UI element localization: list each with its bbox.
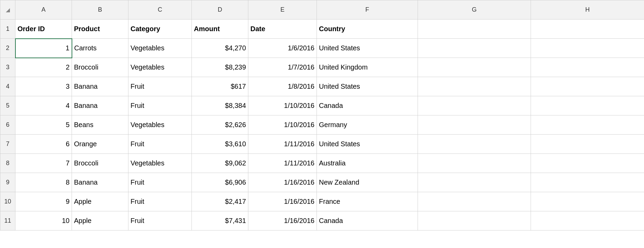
cell[interactable] <box>531 77 644 96</box>
row-number[interactable]: 3 <box>0 58 15 77</box>
col-header-b[interactable]: B <box>72 0 128 20</box>
row-number[interactable]: 8 <box>0 154 15 173</box>
cell[interactable]: 1/6/2016 <box>248 39 317 58</box>
cell[interactable] <box>531 96 644 115</box>
cell[interactable]: Vegetables <box>128 154 192 173</box>
cell[interactable]: 3 <box>15 77 72 96</box>
cell[interactable]: Fruit <box>128 173 192 192</box>
cell[interactable] <box>531 39 644 58</box>
cell[interactable]: 1 <box>15 39 72 58</box>
cell[interactable]: Banana <box>72 173 128 192</box>
col-header-d[interactable]: D <box>192 0 248 20</box>
cell[interactable]: 1/16/2016 <box>248 192 317 211</box>
cell[interactable] <box>531 192 644 211</box>
cell[interactable]: Apple <box>72 192 128 211</box>
cell[interactable]: $3,610 <box>192 135 248 154</box>
cell[interactable]: $2,417 <box>192 192 248 211</box>
col-header-f[interactable]: F <box>317 0 418 20</box>
cell[interactable]: Beans <box>72 115 128 135</box>
row-number[interactable]: 11 <box>0 211 15 231</box>
cell[interactable]: 2 <box>15 58 72 77</box>
cell[interactable]: 1/11/2016 <box>248 135 317 154</box>
cell[interactable] <box>418 192 531 211</box>
cell[interactable]: Category <box>128 20 192 39</box>
row-number[interactable]: 1 <box>0 20 15 39</box>
cell[interactable] <box>418 154 531 173</box>
row-number[interactable]: 6 <box>0 115 15 135</box>
cell[interactable] <box>531 20 644 39</box>
cell[interactable]: Product <box>72 20 128 39</box>
cell[interactable] <box>531 173 644 192</box>
cell[interactable]: Country <box>317 20 418 39</box>
cell[interactable]: United States <box>317 135 418 154</box>
cell[interactable]: France <box>317 192 418 211</box>
cell[interactable]: 1/16/2016 <box>248 173 317 192</box>
col-header-g[interactable]: G <box>418 0 531 20</box>
cell[interactable]: Vegetables <box>128 115 192 135</box>
row-number[interactable]: 2 <box>0 39 15 58</box>
row-number[interactable]: 10 <box>0 192 15 211</box>
cell[interactable]: Australia <box>317 154 418 173</box>
cell[interactable]: $8,384 <box>192 96 248 115</box>
cell[interactable]: $6,906 <box>192 173 248 192</box>
cell[interactable] <box>418 211 531 231</box>
col-header-a[interactable]: A <box>15 0 72 20</box>
cell[interactable]: 5 <box>15 115 72 135</box>
cell[interactable]: Banana <box>72 77 128 96</box>
cell[interactable]: Fruit <box>128 77 192 96</box>
row-number[interactable]: 7 <box>0 135 15 154</box>
row-number[interactable]: 9 <box>0 173 15 192</box>
row-number[interactable]: 4 <box>0 77 15 96</box>
cell[interactable] <box>418 20 531 39</box>
cell[interactable]: 8 <box>15 173 72 192</box>
cell[interactable]: Orange <box>72 135 128 154</box>
cell[interactable]: $2,626 <box>192 115 248 135</box>
cell[interactable] <box>418 39 531 58</box>
cell[interactable]: 4 <box>15 96 72 115</box>
row-number[interactable]: 5 <box>0 96 15 115</box>
cell[interactable]: $9,062 <box>192 154 248 173</box>
cell[interactable]: New Zealand <box>317 173 418 192</box>
cell[interactable]: Apple <box>72 211 128 231</box>
cell[interactable]: Vegetables <box>128 39 192 58</box>
cell[interactable]: Carrots <box>72 39 128 58</box>
col-header-e[interactable]: E <box>248 0 317 20</box>
cell[interactable]: 1/11/2016 <box>248 154 317 173</box>
col-header-c[interactable]: C <box>128 0 192 20</box>
cell[interactable] <box>418 96 531 115</box>
cell[interactable]: Broccoli <box>72 154 128 173</box>
cell[interactable]: 1/10/2016 <box>248 96 317 115</box>
cell[interactable]: $7,431 <box>192 211 248 231</box>
cell[interactable] <box>418 58 531 77</box>
cell[interactable]: Canada <box>317 211 418 231</box>
cell[interactable]: United States <box>317 77 418 96</box>
cell[interactable]: 1/8/2016 <box>248 77 317 96</box>
cell[interactable]: Banana <box>72 96 128 115</box>
cell[interactable] <box>531 154 644 173</box>
cell[interactable]: $617 <box>192 77 248 96</box>
cell[interactable]: Vegetables <box>128 58 192 77</box>
cell[interactable]: 1/10/2016 <box>248 115 317 135</box>
cell[interactable]: 6 <box>15 135 72 154</box>
cell[interactable] <box>531 58 644 77</box>
cell[interactable]: Fruit <box>128 192 192 211</box>
cell[interactable] <box>418 135 531 154</box>
cell[interactable]: Fruit <box>128 135 192 154</box>
cell[interactable] <box>418 173 531 192</box>
cell[interactable] <box>531 135 644 154</box>
cell[interactable]: United Kingdom <box>317 58 418 77</box>
cell[interactable]: Amount <box>192 20 248 39</box>
cell[interactable]: Date <box>248 20 317 39</box>
cell[interactable]: 1/7/2016 <box>248 58 317 77</box>
cell[interactable]: Fruit <box>128 96 192 115</box>
cell[interactable] <box>531 211 644 231</box>
cell[interactable]: United States <box>317 39 418 58</box>
cell[interactable]: Germany <box>317 115 418 135</box>
cell[interactable]: $4,270 <box>192 39 248 58</box>
cell[interactable]: Fruit <box>128 211 192 231</box>
cell[interactable]: Canada <box>317 96 418 115</box>
cell[interactable]: 9 <box>15 192 72 211</box>
cell[interactable] <box>418 115 531 135</box>
cell[interactable]: Order ID <box>15 20 72 39</box>
cell[interactable]: $8,239 <box>192 58 248 77</box>
